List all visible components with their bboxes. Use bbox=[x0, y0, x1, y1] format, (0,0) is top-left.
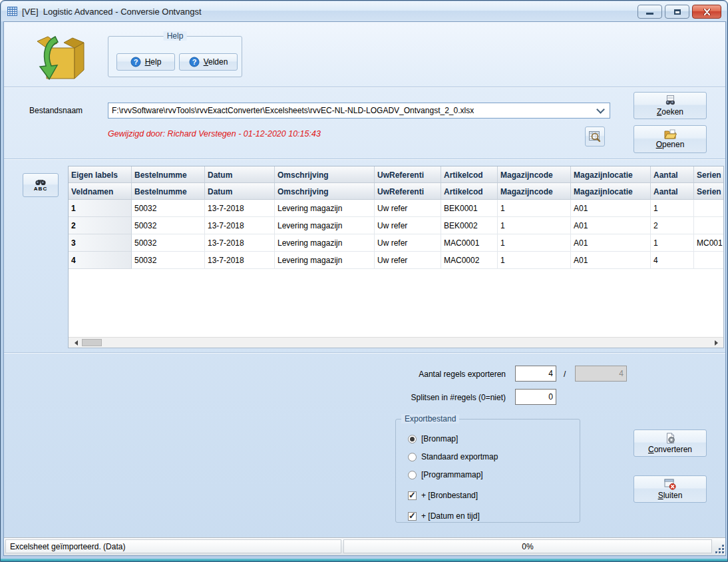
grid-cell[interactable] bbox=[694, 200, 724, 217]
grid-cell[interactable]: 50032 bbox=[132, 252, 205, 269]
grid-row-header[interactable]: 1 bbox=[69, 200, 132, 217]
grid-header-cell[interactable]: Omschrijving bbox=[275, 183, 375, 200]
grid-cell[interactable]: MAC0001 bbox=[441, 234, 498, 252]
grid-header-cell[interactable]: Aantal bbox=[651, 183, 694, 200]
grid-row-header[interactable]: 2 bbox=[69, 217, 132, 234]
scroll-left-icon[interactable] bbox=[70, 338, 81, 347]
grid-cell[interactable]: 13-7-2018 bbox=[205, 217, 275, 234]
checkbox-option[interactable]: + [Bronbestand] bbox=[408, 491, 478, 500]
grid-cell[interactable]: Levering magazijn bbox=[275, 252, 375, 269]
radio-option[interactable]: [Bronmap] bbox=[408, 434, 458, 443]
help-button[interactable]: ? Help bbox=[116, 53, 175, 71]
radio-option[interactable]: Standaard exportmap bbox=[408, 452, 498, 461]
radio-option[interactable]: [Programmamap] bbox=[408, 470, 483, 479]
grid-header-cell[interactable]: UwReferenti bbox=[375, 183, 441, 200]
grid-cell[interactable] bbox=[694, 252, 724, 269]
grid-header-cell[interactable]: Serien bbox=[694, 166, 724, 183]
zoeken-button[interactable]: Zoeken bbox=[634, 92, 707, 119]
grid-cell[interactable]: 2 bbox=[651, 217, 694, 234]
grid-cell[interactable]: 1 bbox=[498, 252, 571, 269]
grid-header-cell[interactable]: Veldnamen bbox=[69, 183, 132, 200]
grid-cell[interactable]: 13-7-2018 bbox=[205, 252, 275, 269]
grid-cell[interactable] bbox=[694, 217, 724, 234]
grid-cell[interactable]: A01 bbox=[571, 234, 651, 252]
horizontal-scrollbar[interactable] bbox=[69, 337, 723, 348]
grid-header-cell[interactable]: Aantal bbox=[651, 166, 694, 183]
grid-body: 15003213-7-2018Levering magazijnUw refer… bbox=[69, 200, 724, 269]
grid-cell[interactable]: Levering magazijn bbox=[275, 200, 375, 217]
resize-grip-icon[interactable] bbox=[715, 545, 724, 553]
grid-header-cell[interactable]: Magazijnlocatie bbox=[571, 183, 651, 200]
grid-header-cell[interactable]: Omschrijving bbox=[275, 166, 375, 183]
checkbox-option[interactable]: + [Datum en tijd] bbox=[408, 511, 480, 521]
checkbox-icon[interactable] bbox=[408, 491, 417, 500]
grid-cell[interactable]: A01 bbox=[571, 217, 651, 234]
radio-icon[interactable] bbox=[408, 471, 417, 479]
grid-cell[interactable]: Levering magazijn bbox=[275, 217, 375, 234]
converteren-button[interactable]: Converteren bbox=[634, 429, 707, 457]
grid-cell[interactable]: 1 bbox=[498, 217, 571, 234]
grid-header-cell[interactable]: Datum bbox=[205, 166, 275, 183]
grid-header-cell[interactable]: Artikelcod bbox=[441, 183, 498, 200]
filename-combobox[interactable] bbox=[108, 103, 610, 119]
grid-row-header[interactable]: 4 bbox=[69, 252, 132, 269]
grid-cell[interactable]: 1 bbox=[651, 200, 694, 217]
grid-cell[interactable]: 50032 bbox=[132, 234, 205, 252]
grid-header-cell[interactable]: Datum bbox=[205, 183, 275, 200]
grid-cell[interactable]: Uw refer bbox=[375, 200, 441, 217]
grid-cell[interactable]: 1 bbox=[498, 200, 571, 217]
rows-separator: / bbox=[564, 370, 566, 379]
grid-cell[interactable]: A01 bbox=[571, 252, 651, 269]
grid-cell[interactable]: 1 bbox=[651, 234, 694, 252]
grid-cell[interactable]: BEK0001 bbox=[441, 200, 498, 217]
abc-labels-button[interactable]: ABC bbox=[23, 173, 59, 197]
maximize-button[interactable] bbox=[665, 5, 689, 19]
preview-button[interactable] bbox=[585, 127, 605, 146]
help-group-caption: Help bbox=[164, 31, 187, 41]
grid-cell[interactable]: Uw refer bbox=[375, 217, 441, 234]
grid-header-cell[interactable]: Artikelcod bbox=[441, 166, 498, 183]
grid-cell[interactable]: 13-7-2018 bbox=[205, 234, 275, 252]
grid-cell[interactable]: MC001 bbox=[694, 234, 724, 252]
checkbox-label[interactable]: + [Bronbestand] bbox=[421, 491, 478, 500]
grid-header-cell[interactable]: Eigen labels bbox=[69, 166, 132, 183]
grid-cell[interactable]: A01 bbox=[571, 200, 651, 217]
radio-label[interactable]: [Programmamap] bbox=[421, 470, 483, 479]
grid-header-cell[interactable]: Magazijncode bbox=[498, 166, 571, 183]
checkbox-icon[interactable] bbox=[408, 512, 417, 521]
sluiten-button[interactable]: Sluiten bbox=[634, 475, 707, 503]
radio-label[interactable]: [Bronmap] bbox=[421, 434, 458, 443]
grid-cell[interactable]: 4 bbox=[651, 252, 694, 269]
grid-cell[interactable]: 13-7-2018 bbox=[205, 200, 275, 217]
grid-header-cell[interactable]: Magazijncode bbox=[498, 183, 571, 200]
grid-cell[interactable]: MAC0002 bbox=[441, 252, 498, 269]
grid-cell[interactable]: 50032 bbox=[132, 217, 205, 234]
grid-cell[interactable]: 50032 bbox=[132, 200, 205, 217]
chevron-down-icon[interactable] bbox=[596, 105, 605, 114]
openen-button[interactable]: Openen bbox=[634, 125, 707, 153]
grid-header-cell[interactable]: Serien bbox=[694, 183, 724, 200]
split-input[interactable] bbox=[515, 389, 556, 405]
minimize-button[interactable] bbox=[637, 5, 662, 19]
grid-cell[interactable]: 1 bbox=[498, 234, 571, 252]
grid-header-cell[interactable]: UwReferenti bbox=[375, 166, 441, 183]
velden-button[interactable]: ? Velden bbox=[179, 53, 238, 71]
grid-header-cell[interactable]: Magazijnlocatie bbox=[571, 166, 651, 183]
grid-header-cell[interactable]: Bestelnumme bbox=[132, 166, 205, 183]
close-button[interactable] bbox=[692, 5, 721, 19]
rows-export-input[interactable] bbox=[515, 366, 556, 382]
grid-cell[interactable]: BEK0002 bbox=[441, 217, 498, 234]
radio-label[interactable]: Standaard exportmap bbox=[421, 452, 498, 461]
grid-cell[interactable]: Uw refer bbox=[375, 234, 441, 252]
grid-cell[interactable]: Uw refer bbox=[375, 252, 441, 269]
grid-row-header[interactable]: 3 bbox=[69, 234, 132, 252]
filename-input[interactable] bbox=[108, 106, 598, 115]
radio-icon[interactable] bbox=[408, 435, 417, 443]
grid-header-cell[interactable]: Bestelnumme bbox=[132, 183, 205, 200]
checkbox-label[interactable]: + [Datum en tijd] bbox=[421, 511, 480, 521]
radio-icon[interactable] bbox=[408, 453, 417, 461]
grid-cell[interactable]: Levering magazijn bbox=[275, 234, 375, 252]
progress-bar: 0% bbox=[343, 539, 712, 553]
scroll-right-icon[interactable] bbox=[711, 338, 722, 347]
scrollbar-thumb[interactable] bbox=[82, 339, 102, 346]
